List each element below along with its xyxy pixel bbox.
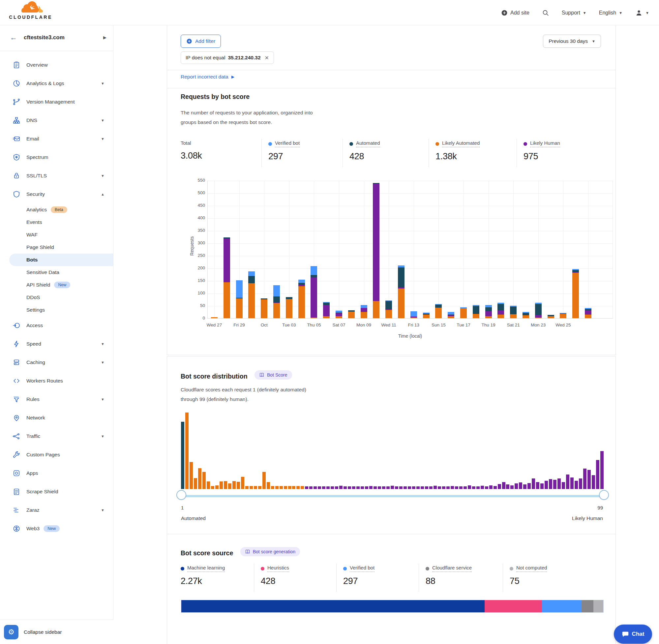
sidebar-item-bots[interactable]: Bots (9, 254, 113, 266)
sidebar-item-security[interactable]: Security▲ (0, 185, 113, 204)
histogram-bar[interactable] (309, 486, 312, 489)
add-site-button[interactable]: Add site (501, 9, 529, 16)
language-menu[interactable]: English ▼ (599, 10, 622, 16)
sidebar-item-scrape-shield[interactable]: Scrape Shield (0, 482, 113, 501)
histogram-bar[interactable] (344, 486, 347, 489)
histogram-bar[interactable] (288, 486, 291, 489)
histogram-bar[interactable] (416, 486, 420, 489)
histogram-bar[interactable] (523, 484, 526, 489)
report-incorrect-data-link[interactable]: Report incorrect data ▶ (181, 74, 234, 80)
histogram-bar[interactable] (382, 486, 385, 489)
sidebar-item-ddos[interactable]: DDoS (0, 291, 113, 304)
sidebar-item-caching[interactable]: Caching▼ (0, 353, 113, 372)
histogram-bar[interactable] (348, 486, 351, 489)
histogram-bar[interactable] (267, 482, 270, 489)
histogram-bar[interactable] (245, 486, 249, 489)
histogram-bar[interactable] (297, 486, 300, 489)
histogram-bar[interactable] (442, 486, 445, 489)
histogram-bar[interactable] (592, 475, 595, 489)
chevron-down-icon[interactable]: ▼ (101, 434, 104, 438)
chevron-down-icon[interactable]: ▼ (101, 174, 104, 178)
chevron-down-icon[interactable]: ▼ (101, 342, 104, 346)
histogram-bar[interactable] (545, 481, 548, 489)
histogram-bar[interactable] (587, 470, 591, 489)
histogram-bar[interactable] (459, 486, 463, 489)
collapse-sidebar-label[interactable]: Collapse sidebar (24, 629, 62, 635)
histogram-bar[interactable] (489, 485, 493, 489)
histogram-bar[interactable] (532, 479, 535, 489)
histogram-bar[interactable] (335, 486, 338, 489)
histogram-bar[interactable] (198, 468, 202, 489)
histogram-bar[interactable] (262, 472, 266, 489)
histogram-bar[interactable] (455, 486, 458, 489)
histogram-bar[interactable] (254, 486, 257, 489)
stat-label[interactable]: Heuristics (267, 565, 289, 572)
histogram-bar[interactable] (438, 486, 441, 489)
stat-label[interactable]: Verified bot (275, 140, 300, 147)
histogram-bar[interactable] (356, 486, 360, 489)
histogram-bar[interactable] (280, 486, 283, 489)
histogram-bar[interactable] (485, 486, 488, 489)
histogram-bar[interactable] (540, 483, 544, 489)
stat-label[interactable]: Automated (356, 140, 380, 147)
sidebar-item-zaraz[interactable]: Zaraz▼ (0, 501, 113, 519)
sidebar-item-settings[interactable]: Settings (0, 304, 113, 316)
histogram-bar[interactable] (258, 486, 261, 489)
slider-handle-max[interactable] (599, 490, 609, 500)
stat-label[interactable]: Verified bot (350, 565, 375, 572)
histogram-bar[interactable] (494, 486, 497, 489)
histogram-bar[interactable] (412, 486, 415, 489)
histogram-bar[interactable] (472, 486, 475, 489)
sidebar-item-traffic[interactable]: Traffic▼ (0, 427, 113, 445)
histogram-bar[interactable] (271, 486, 274, 489)
histogram-bar[interactable] (510, 485, 514, 489)
histogram-bar[interactable] (562, 482, 565, 489)
histogram-bar[interactable] (322, 486, 325, 489)
histogram-bar[interactable] (558, 479, 561, 489)
stat-label[interactable]: Likely Human (530, 140, 560, 147)
histogram-bar[interactable] (232, 481, 236, 489)
histogram-bar[interactable] (331, 486, 334, 489)
histogram-bar[interactable] (301, 486, 304, 489)
histogram-bar[interactable] (408, 486, 411, 489)
histogram-bar[interactable] (275, 486, 279, 489)
bot-score-generation-badge[interactable]: Bot score generation (240, 547, 300, 556)
histogram-bar[interactable] (476, 486, 480, 489)
histogram-bar[interactable] (425, 486, 428, 489)
histogram-bar[interactable] (386, 486, 390, 489)
histogram-bar[interactable] (203, 472, 206, 489)
histogram-bar[interactable] (536, 482, 539, 489)
chevron-down-icon[interactable]: ▼ (101, 361, 104, 364)
histogram-bar[interactable] (553, 480, 557, 489)
histogram-bar[interactable] (515, 483, 518, 489)
sidebar-item-waf[interactable]: WAF (0, 229, 113, 241)
sidebar-item-access[interactable]: Access (0, 316, 113, 335)
sidebar-item-overview[interactable]: Overview (0, 56, 113, 74)
sidebar-item-apps[interactable]: Apps (0, 464, 113, 482)
histogram-bar[interactable] (241, 477, 244, 489)
histogram-bar[interactable] (403, 486, 407, 489)
histogram-bar[interactable] (468, 485, 471, 489)
histogram-bar[interactable] (326, 486, 330, 489)
sidebar-item-rules[interactable]: Rules▼ (0, 390, 113, 409)
sidebar-item-analytics[interactable]: AnalyticsBeta (0, 204, 113, 216)
sidebar-item-spectrum[interactable]: Spectrum (0, 148, 113, 166)
sidebar-item-events[interactable]: Events (0, 216, 113, 229)
slider-handle-min[interactable] (176, 490, 186, 500)
histogram-bar[interactable] (583, 468, 587, 489)
sidebar-item-api-shield[interactable]: API ShieldNew (0, 279, 113, 291)
sidebar-item-workers-routes[interactable]: Workers Routes (0, 372, 113, 390)
histogram-bar[interactable] (519, 482, 522, 489)
histogram-bar[interactable] (502, 482, 505, 489)
sidebar-item-custom-pages[interactable]: Custom Pages (0, 445, 113, 464)
stat-label[interactable]: Likely Automated (442, 140, 480, 147)
chevron-down-icon[interactable]: ▼ (101, 82, 104, 86)
histogram-bar[interactable] (250, 486, 253, 489)
filter-chip[interactable]: IP does not equal 35.212.240.32 ✕ (181, 51, 274, 64)
histogram-bar[interactable] (318, 486, 321, 489)
histogram-bar[interactable] (219, 481, 223, 489)
sidebar-item-network[interactable]: Network (0, 409, 113, 427)
histogram-bar[interactable] (506, 484, 509, 489)
histogram-bar[interactable] (600, 451, 604, 489)
histogram-bar[interactable] (451, 486, 454, 489)
